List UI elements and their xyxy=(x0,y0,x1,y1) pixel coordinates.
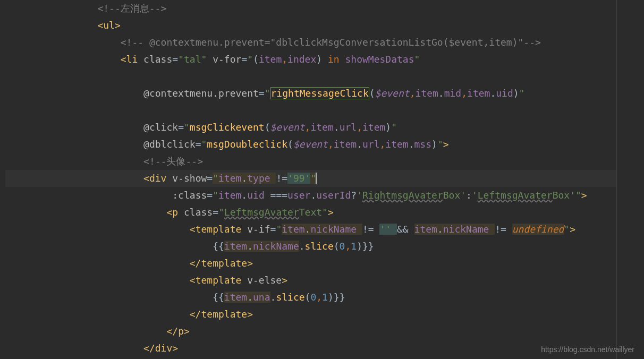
caret-icon xyxy=(316,173,317,184)
code-line[interactable]: <template v-else> xyxy=(5,272,616,289)
code-line[interactable]: <!--头像--> xyxy=(5,153,616,170)
code-line[interactable] xyxy=(5,68,616,85)
code-line[interactable]: <template v-if="item.nickName != '' && i… xyxy=(5,221,616,238)
code-line-current[interactable]: <div v-show="item.type !='99'" xyxy=(5,170,616,187)
code-line[interactable]: <p class="LeftmsgAvaterText"> xyxy=(5,204,616,221)
code-line[interactable]: </p> xyxy=(5,323,616,340)
code-line[interactable]: </template> xyxy=(5,255,616,272)
code-line[interactable]: @contextmenu.prevent="rightMessageClick(… xyxy=(5,85,616,102)
code-editor[interactable]: <!--左消息--> <ul> <!-- @contextmenu.preven… xyxy=(5,0,616,359)
code-line[interactable]: {{item.nickName.slice(0,1)}} xyxy=(5,238,616,255)
code-line[interactable]: </template> xyxy=(5,306,616,323)
watermark: https://blog.csdn.net/waillyer xyxy=(541,345,634,354)
code-line[interactable]: {{item.una.slice(0,1)}} xyxy=(5,289,616,306)
code-line[interactable]: @dblclick="msgDoubleclick($event,item.ur… xyxy=(5,136,616,153)
code-line[interactable]: </div> xyxy=(5,340,616,357)
code-line[interactable]: <ul> xyxy=(5,17,616,34)
code-line[interactable]: <li class="tal" v-for="(item,index) in s… xyxy=(5,51,616,68)
code-line[interactable]: @click="msgClickevent($event,item.url,it… xyxy=(5,119,616,136)
code-line[interactable]: :class="item.uid ===user.userId?'Rightms… xyxy=(5,187,616,204)
gutter xyxy=(0,0,5,359)
code-line[interactable] xyxy=(5,102,616,119)
highlighted-symbol: rightMessageClick xyxy=(270,87,369,99)
code-line[interactable]: <!-- @contextmenu.prevent="dblclickMsgCo… xyxy=(5,34,616,51)
right-margin xyxy=(616,0,617,359)
code-line[interactable]: <!--左消息--> xyxy=(5,0,616,17)
